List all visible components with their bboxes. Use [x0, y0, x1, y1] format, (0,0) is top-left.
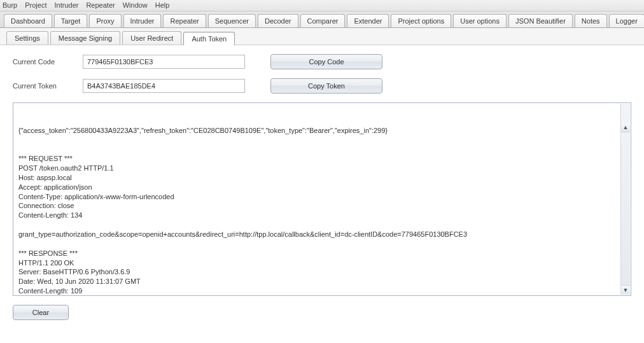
- auth-token-panel: Current Code Copy Code Current Token Cop…: [0, 45, 644, 329]
- clear-row: Clear: [13, 305, 631, 320]
- log-content: {"access_token":"256800433A9223A3","refr…: [18, 126, 626, 296]
- menu-intruder[interactable]: Intruder: [55, 1, 79, 10]
- clear-button[interactable]: Clear: [13, 305, 69, 320]
- main-menu-bar[interactable]: Burp Project Intruder Repeater Window He…: [0, 0, 644, 11]
- current-token-input[interactable]: [83, 79, 245, 93]
- tab-logger[interactable]: Logger: [609, 14, 644, 27]
- main-tabs: Dashboard Target Proxy Intruder Repeater…: [0, 11, 644, 28]
- tab-extender[interactable]: Extender: [347, 14, 389, 27]
- subtab-auth-token[interactable]: Auth Token: [183, 32, 235, 45]
- menu-burp[interactable]: Burp: [3, 1, 17, 10]
- tab-intruder[interactable]: Intruder: [123, 14, 162, 27]
- sub-tabs: Settings Message Signing User Redirect A…: [0, 28, 644, 45]
- subtab-message-signing[interactable]: Message Signing: [50, 31, 120, 45]
- current-token-row: Current Token Copy Token: [13, 78, 631, 94]
- log-textarea[interactable]: {"access_token":"256800433A9223A3","refr…: [13, 102, 631, 296]
- copy-token-button[interactable]: Copy Token: [270, 78, 382, 94]
- current-code-input[interactable]: [83, 55, 245, 69]
- scroll-down-icon[interactable]: ▼: [621, 285, 630, 295]
- current-token-label: Current Token: [13, 82, 83, 90]
- clear-button-label: Clear: [32, 309, 49, 316]
- tab-proxy[interactable]: Proxy: [89, 14, 121, 27]
- tab-json-beautifier[interactable]: JSON Beautifier: [508, 14, 573, 27]
- copy-code-button-label: Copy Code: [309, 58, 344, 66]
- current-code-row: Current Code Copy Code: [13, 54, 631, 69]
- tab-sequencer[interactable]: Sequencer: [208, 14, 256, 27]
- tab-notes[interactable]: Notes: [575, 14, 607, 27]
- scrollbar[interactable]: ▲ ▼: [620, 104, 630, 295]
- menu-project[interactable]: Project: [25, 1, 46, 10]
- copy-token-button-label: Copy Token: [308, 82, 345, 90]
- tab-repeater[interactable]: Repeater: [163, 14, 206, 27]
- subtab-user-redirect[interactable]: User Redirect: [122, 31, 181, 45]
- current-code-label: Current Code: [13, 58, 83, 66]
- menu-help[interactable]: Help: [155, 1, 170, 10]
- tab-project-options[interactable]: Project options: [391, 14, 451, 27]
- tab-user-options[interactable]: User options: [453, 14, 507, 27]
- scroll-up-icon[interactable]: ▲: [621, 123, 630, 132]
- tab-comparer[interactable]: Comparer: [300, 14, 346, 27]
- copy-code-button[interactable]: Copy Code: [270, 54, 382, 69]
- menu-window[interactable]: Window: [123, 1, 148, 10]
- tab-decoder[interactable]: Decoder: [258, 14, 298, 27]
- tab-target[interactable]: Target: [54, 14, 88, 27]
- tab-dashboard[interactable]: Dashboard: [4, 14, 52, 27]
- menu-repeater[interactable]: Repeater: [86, 1, 115, 10]
- subtab-settings[interactable]: Settings: [6, 31, 48, 45]
